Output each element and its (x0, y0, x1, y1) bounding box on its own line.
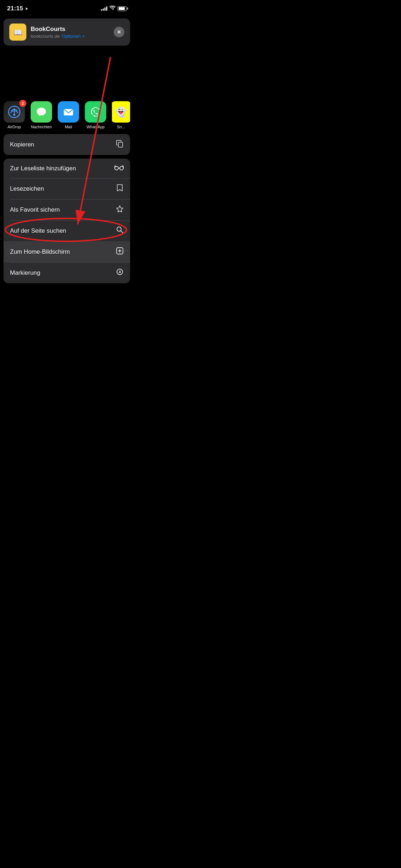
share-snapchat[interactable]: 👻 Sn... (112, 101, 130, 129)
markup-icon: A (116, 268, 124, 278)
svg-point-3 (13, 114, 15, 116)
svg-point-9 (115, 166, 118, 170)
whatsapp-icon (85, 101, 106, 123)
website-header: 📖 BookCourts bookcourts.de Optionen > ✕ (4, 19, 130, 46)
main-menu-group: Zur Leseliste hinzufügen Lesezeichen (4, 159, 130, 283)
website-url: bookcourts.de (31, 33, 60, 39)
svg-point-10 (120, 166, 123, 170)
bottom-bar (4, 287, 130, 289)
svg-text:A: A (118, 270, 121, 274)
glasses-icon (114, 164, 124, 172)
status-time: 21:15 (7, 5, 23, 12)
signal-bars (101, 6, 107, 11)
mail-label: Mail (65, 125, 72, 129)
battery-icon (118, 6, 127, 11)
share-sheet: 📖 BookCourts bookcourts.de Optionen > ✕ (0, 16, 134, 289)
messages-icon (31, 101, 52, 123)
kopieren-label: Kopieren (10, 141, 34, 148)
snapchat-icon: 👻 (112, 101, 130, 123)
share-whatsapp[interactable]: WhatsApp (85, 101, 106, 129)
close-button[interactable]: ✕ (114, 27, 124, 37)
lesezeichen-item[interactable]: Lesezeichen (4, 178, 130, 199)
app-row: 2 AirDrop Nachrichten (0, 95, 134, 134)
home-bildschirm-item[interactable]: Zum Home-Bildschirm (4, 241, 130, 262)
star-icon (116, 205, 124, 215)
website-name: BookCourts (31, 26, 85, 33)
status-icons (101, 6, 127, 11)
airdrop-label: AirDrop (7, 125, 21, 129)
favorit-label: Als Favorit sichern (10, 206, 60, 213)
leseliste-label: Zur Leseliste hinzufügen (10, 165, 76, 172)
add-square-icon (116, 247, 124, 257)
svg-point-4 (37, 108, 46, 115)
suchen-item[interactable]: Auf der Seite suchen (4, 220, 130, 241)
copy-group: Kopieren (4, 134, 130, 155)
svg-point-12 (117, 227, 121, 231)
markierung-item[interactable]: Markierung A (4, 262, 130, 283)
website-logo: 📖 (9, 24, 26, 41)
location-icon: ➤ (25, 6, 28, 11)
search-icon (116, 226, 124, 236)
action-menu: Kopieren Zur Leseliste hinzufügen (4, 134, 130, 283)
share-messages[interactable]: Nachrichten (31, 101, 52, 129)
leseliste-item[interactable]: Zur Leseliste hinzufügen (4, 159, 130, 178)
wifi-icon (109, 6, 115, 11)
svg-marker-11 (117, 206, 123, 212)
snapchat-label: Sn... (117, 125, 125, 129)
status-bar: 21:15 ➤ (0, 0, 134, 14)
mail-icon (58, 101, 79, 123)
copy-icon (116, 140, 124, 149)
airdrop-badge: 2 (19, 100, 26, 107)
lesezeichen-label: Lesezeichen (10, 185, 44, 192)
svg-line-13 (121, 231, 123, 233)
preview-image (4, 49, 130, 95)
share-airdrop[interactable]: 2 AirDrop (4, 101, 25, 129)
options-button[interactable]: Optionen > (62, 33, 85, 39)
svg-text:📖: 📖 (14, 28, 22, 37)
book-icon (116, 184, 124, 193)
share-mail[interactable]: Mail (58, 101, 79, 129)
messages-label: Nachrichten (31, 125, 52, 129)
kopieren-item[interactable]: Kopieren (4, 134, 130, 155)
suchen-label: Auf der Seite suchen (10, 227, 66, 234)
home-bildschirm-label: Zum Home-Bildschirm (10, 248, 70, 255)
whatsapp-label: WhatsApp (87, 125, 105, 129)
svg-rect-8 (118, 142, 123, 147)
markierung-label: Markierung (10, 269, 40, 277)
favorit-item[interactable]: Als Favorit sichern (4, 199, 130, 220)
